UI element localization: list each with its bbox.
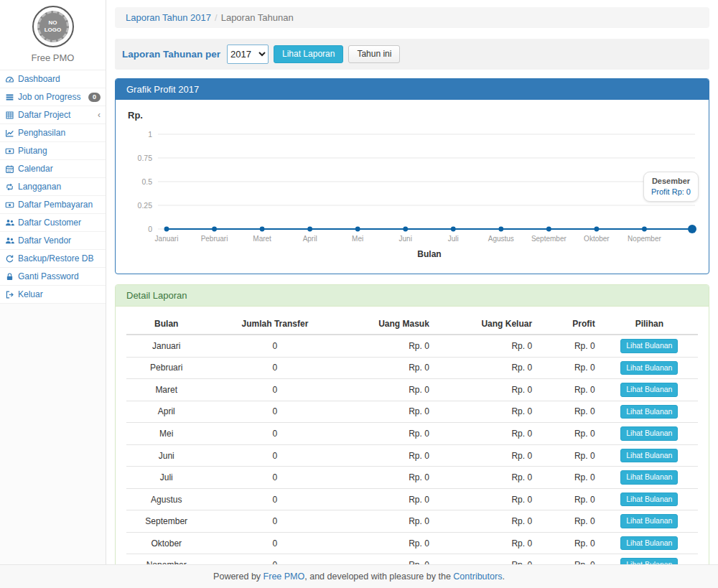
sidebar-item-daftar-customer[interactable]: Daftar Customer bbox=[0, 214, 106, 232]
y-tick-label: 0.25 bbox=[138, 201, 153, 210]
lihat-bulanan-button[interactable]: Lihat Bulanan bbox=[620, 493, 678, 507]
chart-point[interactable] bbox=[260, 227, 265, 232]
lihat-bulanan-button[interactable]: Lihat Bulanan bbox=[620, 405, 678, 419]
contributors-link[interactable]: Contributors bbox=[453, 571, 502, 582]
col-header-transfer: Jumlah Transfer bbox=[206, 314, 343, 335]
lihat-bulanan-button[interactable]: Lihat Bulanan bbox=[620, 536, 678, 551]
sidebar-item-daftar-pembayaran[interactable]: Daftar Pembayaran bbox=[0, 196, 106, 214]
chart-point[interactable] bbox=[451, 227, 456, 232]
x-tick-label: Agustus bbox=[488, 235, 514, 243]
footer-text-suffix: . bbox=[502, 571, 504, 582]
cell-profit: Rp. 0 bbox=[538, 510, 601, 533]
cell-keluar: Rp. 0 bbox=[435, 379, 538, 401]
chart-point[interactable] bbox=[355, 227, 360, 232]
col-header-pilihan: Pilihan bbox=[601, 314, 698, 335]
chart-point[interactable] bbox=[595, 227, 600, 232]
y-axis-label: Rp. bbox=[128, 110, 143, 121]
chart-point-highlighted[interactable] bbox=[688, 225, 696, 233]
breadcrumb-link[interactable]: Laporan Tahun 2017 bbox=[126, 12, 211, 23]
x-tick-label: September bbox=[531, 235, 567, 243]
cell-profit: Rp. 0 bbox=[538, 335, 601, 357]
users-icon bbox=[5, 236, 14, 246]
chart-point[interactable] bbox=[546, 227, 551, 232]
chart-point[interactable] bbox=[307, 227, 312, 232]
chart-point[interactable] bbox=[164, 227, 169, 232]
brand-name: Free PMO bbox=[0, 52, 106, 63]
year-select[interactable]: 2017 bbox=[227, 45, 269, 64]
money-icon bbox=[5, 200, 14, 210]
chart-point[interactable] bbox=[403, 227, 408, 232]
x-tick-label: Januari bbox=[155, 235, 179, 243]
x-tick-label: Juli bbox=[448, 235, 459, 243]
lihat-bulanan-button[interactable]: Lihat Bulanan bbox=[620, 449, 678, 463]
sidebar-item-piutang[interactable]: Piutang bbox=[0, 142, 106, 160]
cell-keluar: Rp. 0 bbox=[435, 423, 538, 445]
chart-point[interactable] bbox=[498, 227, 503, 232]
sidebar-item-penghasilan[interactable]: Penghasilan bbox=[0, 124, 106, 142]
profit-line-chart: Rp.00.250.50.751JanuariPebruariMaretApri… bbox=[126, 107, 698, 263]
sidebar-item-daftar-project[interactable]: Daftar Project‹ bbox=[0, 106, 106, 124]
this-year-button[interactable]: Tahun ini bbox=[348, 45, 400, 63]
cell-masuk: Rp. 0 bbox=[343, 510, 434, 533]
cell-bulan: Maret bbox=[126, 379, 206, 401]
lihat-bulanan-button[interactable]: Lihat Bulanan bbox=[620, 470, 678, 485]
x-tick-label: Oktober bbox=[584, 235, 610, 243]
cell-profit: Rp. 0 bbox=[538, 379, 601, 401]
chart-point[interactable] bbox=[642, 227, 647, 232]
cell-bulan: September bbox=[126, 510, 206, 533]
cell-profit: Rp. 0 bbox=[538, 444, 601, 467]
breadcrumb: Laporan Tahun 2017/Laporan Tahunan bbox=[115, 7, 709, 28]
table-row: Mei0Rp. 0Rp. 0Rp. 0Lihat Bulanan bbox=[126, 423, 698, 445]
report-table-body: Januari0Rp. 0Rp. 0Rp. 0Lihat BulananPebr… bbox=[126, 335, 698, 564]
cell-bulan: Pebruari bbox=[126, 357, 206, 379]
table-icon bbox=[5, 111, 14, 120]
sidebar-item-label: Piutang bbox=[18, 146, 47, 156]
lihat-bulanan-button[interactable]: Lihat Bulanan bbox=[620, 339, 678, 353]
page-footer: Powered by Free PMO, and developed with … bbox=[0, 564, 718, 588]
cell-profit: Rp. 0 bbox=[538, 488, 601, 510]
logo-text: NOLOGO bbox=[45, 19, 62, 34]
lihat-bulanan-button[interactable]: Lihat Bulanan bbox=[620, 383, 678, 397]
cell-transfer: 0 bbox=[206, 335, 343, 357]
app-window: NOLOGO Free PMO DashboardJob on Progress… bbox=[0, 0, 718, 564]
sidebar-item-ganti-password[interactable]: Ganti Password bbox=[0, 268, 106, 286]
table-row: Agustus0Rp. 0Rp. 0Rp. 0Lihat Bulanan bbox=[126, 488, 698, 510]
tasks-icon bbox=[5, 93, 14, 102]
chart-panel-title: Grafik Profit 2017 bbox=[116, 79, 709, 100]
cell-transfer: 0 bbox=[206, 401, 343, 423]
sidebar-item-job-on-progress[interactable]: Job on Progress0 bbox=[0, 88, 106, 106]
lihat-bulanan-button[interactable]: Lihat Bulanan bbox=[620, 558, 678, 564]
sidebar-item-daftar-vendor[interactable]: Daftar Vendor bbox=[0, 232, 106, 250]
refresh-icon bbox=[5, 254, 14, 263]
cell-transfer: 0 bbox=[206, 444, 343, 467]
cell-bulan: Oktober bbox=[126, 532, 206, 554]
cell-masuk: Rp. 0 bbox=[343, 423, 434, 445]
lihat-bulanan-button[interactable]: Lihat Bulanan bbox=[620, 361, 678, 375]
sidebar-item-calendar[interactable]: Calendar bbox=[0, 160, 106, 178]
sidebar-item-label: Langganan bbox=[18, 182, 61, 192]
cell-keluar: Rp. 0 bbox=[435, 554, 538, 564]
free-pmo-link[interactable]: Free PMO bbox=[264, 571, 305, 582]
cell-transfer: 0 bbox=[206, 423, 343, 445]
sidebar-item-dashboard[interactable]: Dashboard bbox=[0, 70, 106, 88]
view-report-button[interactable]: Lihat Laporan bbox=[274, 45, 343, 63]
sidebar: NOLOGO Free PMO DashboardJob on Progress… bbox=[0, 0, 106, 564]
sidebar-item-backup-restore-db[interactable]: Backup/Restore DB bbox=[0, 250, 106, 268]
sidebar-item-langganan[interactable]: Langganan bbox=[0, 178, 106, 196]
cell-profit: Rp. 0 bbox=[538, 467, 601, 489]
chart-point[interactable] bbox=[212, 227, 217, 232]
money-icon bbox=[5, 146, 14, 156]
cell-masuk: Rp. 0 bbox=[343, 467, 434, 489]
lihat-bulanan-button[interactable]: Lihat Bulanan bbox=[620, 514, 678, 528]
cell-keluar: Rp. 0 bbox=[435, 467, 538, 489]
cell-transfer: 0 bbox=[206, 467, 343, 489]
cell-keluar: Rp. 0 bbox=[435, 357, 538, 379]
line-chart-icon bbox=[5, 129, 14, 138]
cell-bulan: Juli bbox=[126, 467, 206, 489]
lihat-bulanan-button[interactable]: Lihat Bulanan bbox=[620, 426, 678, 441]
x-tick-label: Maret bbox=[253, 235, 271, 243]
table-row: Pebruari0Rp. 0Rp. 0Rp. 0Lihat Bulanan bbox=[126, 357, 698, 379]
cell-masuk: Rp. 0 bbox=[343, 488, 434, 510]
cell-profit: Rp. 0 bbox=[538, 532, 601, 554]
sidebar-item-keluar[interactable]: Keluar bbox=[0, 286, 106, 304]
